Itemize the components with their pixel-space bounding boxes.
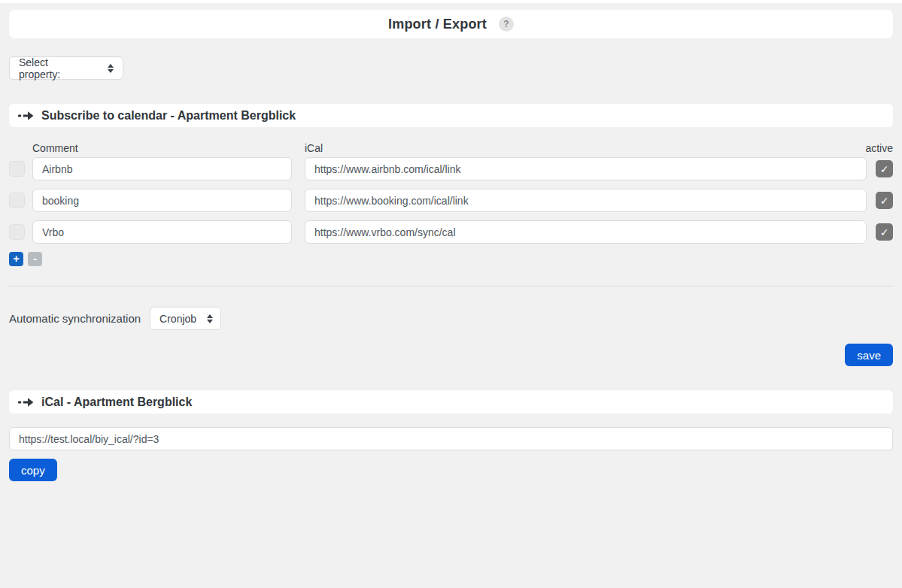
- sync-select-value: Cronjob: [159, 313, 196, 325]
- sync-label: Automatic synchronization: [9, 312, 141, 325]
- chevron-updown-icon: [207, 314, 213, 323]
- check-icon: ✓: [880, 195, 889, 207]
- chevron-updown-icon: [108, 64, 114, 73]
- save-button[interactable]: save: [845, 344, 893, 366]
- section-divider: [9, 286, 893, 286]
- comment-input[interactable]: [32, 220, 292, 244]
- ical-panel-title: iCal - Apartment Bergblick: [41, 396, 192, 409]
- sync-row: Automatic synchronization Cronjob: [9, 307, 893, 330]
- row-buttons: + -: [9, 252, 893, 266]
- copy-button[interactable]: copy: [9, 459, 57, 481]
- calendar-row: ✓: [9, 157, 893, 180]
- ical-url-input[interactable]: [305, 189, 867, 212]
- check-icon: ✓: [880, 163, 889, 175]
- forward-arrow-icon: [18, 397, 34, 408]
- forward-arrow-icon: [18, 111, 34, 121]
- active-checkbox[interactable]: ✓: [876, 223, 893, 241]
- subscribe-panel-title: Subscribe to calendar - Apartment Bergbl…: [41, 109, 296, 123]
- remove-row-button[interactable]: -: [28, 252, 42, 266]
- calendar-rows: ✓ ✓ ✓: [9, 157, 893, 244]
- ical-url-input[interactable]: [305, 220, 867, 244]
- top-strip: [0, 0, 902, 3]
- subscribe-panel-header: Subscribe to calendar - Apartment Bergbl…: [9, 104, 893, 127]
- active-checkbox[interactable]: ✓: [876, 160, 893, 177]
- comment-column-header: Comment: [32, 142, 292, 154]
- calendar-table-header: Comment iCal active: [9, 139, 893, 154]
- page-header: Import / Export ?: [9, 10, 893, 38]
- export-ical-url-input[interactable]: [9, 427, 893, 450]
- row-select-checkbox[interactable]: [9, 224, 25, 240]
- ical-panel-header: iCal - Apartment Bergblick: [9, 390, 893, 414]
- page-wrapper: Import / Export ? Select property: Subsc…: [9, 10, 893, 481]
- comment-input[interactable]: [32, 189, 292, 212]
- property-select-value: Select property:: [19, 56, 88, 80]
- page-title: Import / Export: [388, 17, 487, 32]
- check-icon: ✓: [880, 226, 889, 238]
- ical-column-header: iCal: [305, 142, 867, 154]
- save-row: save: [9, 344, 893, 366]
- property-select[interactable]: Select property:: [9, 56, 123, 80]
- active-checkbox[interactable]: ✓: [876, 192, 893, 209]
- row-select-checkbox[interactable]: [9, 192, 25, 208]
- sync-select[interactable]: Cronjob: [150, 307, 221, 330]
- help-icon[interactable]: ?: [499, 17, 514, 32]
- add-row-button[interactable]: +: [9, 252, 23, 266]
- row-select-checkbox[interactable]: [9, 161, 25, 177]
- calendar-row: ✓: [9, 189, 893, 212]
- calendar-row: ✓: [9, 220, 893, 244]
- ical-url-input[interactable]: [305, 157, 867, 180]
- comment-input[interactable]: [32, 157, 292, 180]
